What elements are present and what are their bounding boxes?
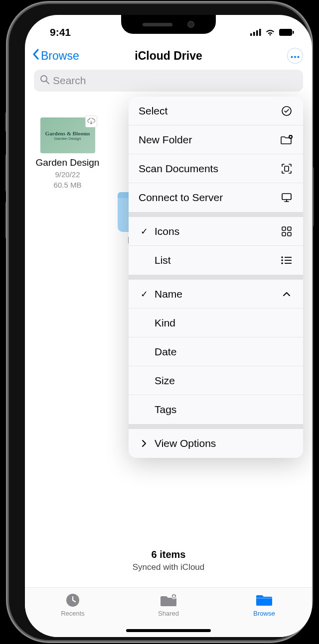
svg-point-19	[281, 256, 283, 258]
svg-point-9	[41, 76, 47, 82]
folder-icon	[256, 593, 273, 608]
svg-point-21	[281, 259, 283, 261]
file-size: 60.5 MB	[34, 180, 101, 190]
notch	[121, 15, 216, 34]
chevron-left-icon	[32, 48, 40, 63]
volume-down	[5, 202, 9, 239]
menu-sort-size[interactable]: Size	[129, 366, 303, 395]
svg-rect-3	[259, 29, 261, 36]
nav-bar: Browse iCloud Drive	[25, 42, 312, 68]
menu-view-list[interactable]: List	[129, 246, 303, 275]
wifi-icon	[265, 29, 275, 36]
svg-rect-2	[256, 30, 258, 36]
svg-point-7	[294, 56, 296, 58]
server-icon	[280, 193, 293, 203]
tab-recents[interactable]: Recents	[48, 593, 98, 637]
svg-line-10	[46, 81, 49, 84]
screen: 9:41 Browse iCloud Drive	[25, 15, 312, 637]
scan-icon	[280, 163, 293, 174]
mute-switch	[5, 112, 9, 132]
item-count: 6 items	[25, 549, 312, 560]
svg-rect-17	[282, 232, 286, 236]
tab-label: Browse	[253, 610, 275, 617]
svg-rect-0	[250, 33, 252, 36]
svg-point-23	[281, 262, 283, 264]
battery-icon	[279, 29, 294, 36]
menu-scan-documents[interactable]: Scan Documents	[129, 154, 303, 183]
svg-rect-4	[279, 29, 292, 36]
shared-folder-icon	[160, 593, 177, 608]
menu-view-icons[interactable]: ✓ Icons	[129, 217, 303, 246]
svg-rect-28	[256, 598, 272, 599]
menu-sort-kind[interactable]: Kind	[129, 309, 303, 337]
menu-new-folder[interactable]: New Folder	[129, 125, 303, 154]
search-placeholder: Search	[53, 75, 86, 87]
menu-sort-name[interactable]: ✓ Name	[129, 280, 303, 309]
menu-connect-server[interactable]: Connect to Server	[129, 183, 303, 212]
options-menu: Select New Folder Scan Documents Connect…	[129, 97, 303, 458]
tab-label: Recents	[61, 610, 85, 617]
file-date: 9/20/22	[34, 170, 101, 180]
menu-sort-tags[interactable]: Tags	[129, 395, 303, 424]
svg-rect-18	[288, 232, 291, 236]
chevron-right-icon	[139, 439, 150, 447]
tab-browse[interactable]: Browse	[239, 593, 289, 637]
svg-point-8	[298, 56, 300, 58]
phone-frame: 9:41 Browse iCloud Drive	[9, 4, 310, 640]
home-indicator[interactable]	[126, 629, 211, 632]
new-folder-icon	[280, 135, 293, 145]
grid-icon	[280, 226, 293, 236]
select-circle-icon	[280, 106, 293, 116]
back-button[interactable]: Browse	[32, 48, 79, 63]
back-label: Browse	[41, 49, 79, 63]
search-icon	[40, 75, 50, 87]
status-time: 9:41	[50, 26, 71, 38]
cellular-icon	[250, 29, 261, 36]
volume-up	[5, 154, 9, 192]
more-button[interactable]	[287, 48, 303, 64]
clock-icon	[65, 593, 80, 608]
checkmark-icon: ✓	[139, 289, 150, 300]
svg-rect-16	[288, 227, 291, 230]
svg-rect-15	[282, 227, 286, 230]
menu-sort-date[interactable]: Date	[129, 337, 303, 366]
search-input[interactable]: Search	[34, 70, 303, 92]
tab-label: Shared	[158, 610, 179, 617]
svg-rect-5	[293, 31, 294, 34]
svg-rect-14	[282, 194, 291, 200]
menu-view-options[interactable]: View Options	[129, 429, 303, 458]
svg-point-6	[291, 56, 293, 58]
page-title: iCloud Drive	[135, 49, 202, 63]
file-item[interactable]: Gardens & Blooms Garden Design Garden De…	[34, 117, 101, 257]
cloud-download-icon	[85, 115, 97, 127]
sync-status: Synced with iCloud	[25, 562, 312, 572]
ellipsis-icon	[291, 51, 300, 60]
checkmark-icon: ✓	[139, 226, 150, 237]
footer-status: 6 items Synced with iCloud	[25, 549, 312, 572]
svg-rect-1	[253, 32, 255, 36]
list-icon	[280, 256, 293, 264]
file-name: Garden Design	[34, 157, 101, 169]
menu-select[interactable]: Select	[129, 97, 303, 125]
chevron-up-icon	[280, 292, 293, 297]
svg-rect-13	[285, 166, 289, 171]
file-thumbnail: Gardens & Blooms Garden Design	[40, 117, 95, 153]
